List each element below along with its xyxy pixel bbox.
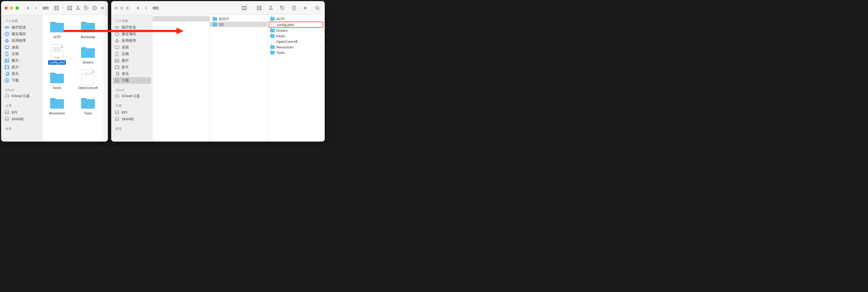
action-button[interactable] [92, 4, 97, 11]
folder-icon [48, 19, 66, 34]
column [153, 15, 210, 141]
sidebar-item-music[interactable]: 音乐 [111, 70, 153, 77]
sidebar-item-document[interactable]: 文稿 [111, 51, 153, 57]
airdrop-icon [4, 25, 9, 30]
sidebar-item-apps[interactable]: 应用程序 [111, 37, 153, 44]
sidebar-item-label: 最近项目 [11, 32, 26, 36]
sidebar-item-cloud[interactable]: iCloud 云盘 [111, 93, 153, 99]
column-view-button[interactable] [240, 4, 248, 11]
folder-icon [270, 50, 275, 55]
sidebar-item-download[interactable]: 下载 [1, 77, 42, 84]
sidebar-item-clock[interactable]: 最近项目 [111, 31, 153, 37]
file-item[interactable]: PLISTconfig.plist [47, 45, 67, 65]
sidebar-item-cloud[interactable]: iCloud 云盘 [1, 93, 42, 99]
forward-button[interactable] [32, 4, 39, 11]
sidebar-item-image[interactable]: 图片 [1, 57, 42, 64]
svg-rect-32 [260, 6, 261, 7]
column-item[interactable]: config.plist [269, 22, 323, 28]
sidebar-item-label: 应用程序 [122, 38, 136, 43]
group-button[interactable] [67, 4, 72, 11]
column-item[interactable]: OC› [210, 22, 267, 27]
file-item[interactable]: OpenCore.efi [78, 70, 98, 90]
sidebar-item-disk[interactable]: EFI [111, 109, 153, 116]
column-item[interactable]: OpenCore.efi [268, 39, 324, 44]
column: ACPI›config.plistDrivers›Kexts›OpenCore.… [268, 15, 325, 141]
back-button[interactable] [24, 4, 32, 11]
column-item[interactable]: Kexts› [268, 33, 324, 39]
sidebar-item-document[interactable]: 文稿 [1, 51, 42, 57]
svg-rect-4 [68, 6, 69, 7]
forward-button[interactable] [142, 4, 149, 11]
sidebar-item-music[interactable]: 音乐 [1, 70, 42, 77]
column-item[interactable]: BOOT› [210, 16, 267, 22]
close-button[interactable] [4, 6, 8, 10]
icon-view-button[interactable] [52, 4, 61, 11]
maximize-button[interactable] [126, 6, 129, 10]
file-item[interactable]: ACPI [47, 19, 67, 39]
svg-rect-24 [5, 110, 8, 114]
column-item[interactable]: Tools› [268, 50, 324, 55]
column-item[interactable]: Drivers› [268, 28, 324, 33]
tags-button[interactable] [84, 4, 89, 11]
sidebar-item-label: 桌面 [122, 45, 129, 50]
svg-rect-1 [57, 6, 58, 7]
disk-icon [4, 110, 9, 115]
tags-button[interactable] [278, 4, 286, 11]
minimize-button[interactable] [10, 6, 13, 10]
share-button[interactable] [267, 4, 275, 11]
svg-point-39 [294, 8, 295, 8]
icon-view-content: ACPIBootstrapPLISTconfig.plistDriversKex… [42, 15, 108, 141]
file-item[interactable]: Tools [78, 96, 98, 116]
overflow-button[interactable] [302, 4, 310, 11]
sidebar-section-header: iCloud [1, 87, 42, 93]
sidebar-item-image[interactable]: 图片 [111, 57, 153, 64]
sidebar-item-disk[interactable]: SHARE [111, 116, 153, 122]
sidebar-item-apps[interactable]: 应用程序 [1, 37, 42, 44]
sidebar-item-disk[interactable]: EFI [1, 109, 42, 116]
column-item[interactable]: ACPI› [268, 16, 324, 22]
chevron-right-icon: › [320, 29, 322, 32]
svg-point-11 [94, 8, 95, 8]
sidebar-item-label: 最近项目 [122, 32, 136, 36]
toolbar: OC ⌃ [111, 1, 325, 15]
share-button[interactable] [75, 4, 81, 11]
column-item[interactable]: Resources› [268, 44, 324, 50]
file-item[interactable]: Resources [47, 96, 67, 116]
sidebar-item-movie[interactable]: 影片 [1, 64, 42, 70]
sidebar-item-desktop[interactable]: 桌面 [1, 44, 42, 51]
column-item-label: ACPI [276, 17, 285, 21]
sidebar-item-disk[interactable]: SHARE [1, 116, 42, 122]
disk-icon [115, 117, 120, 121]
disk-icon [4, 117, 9, 121]
svg-rect-28 [242, 6, 246, 10]
search-button[interactable] [313, 4, 321, 11]
sidebar-item-download[interactable]: 下载 [113, 77, 151, 84]
back-button[interactable] [134, 4, 142, 11]
folder-icon [79, 19, 97, 34]
column-item[interactable] [153, 16, 210, 22]
group-button[interactable] [255, 4, 264, 11]
sidebar-section-header: 标签 [111, 126, 153, 132]
overflow-button[interactable] [100, 4, 105, 11]
sidebar-item-airdrop[interactable]: 隔空投送 [1, 24, 42, 31]
action-button[interactable] [290, 4, 298, 11]
sidebar-item-movie[interactable]: 影片 [111, 64, 153, 70]
close-button[interactable] [115, 6, 118, 10]
file-label: config.plist [48, 60, 66, 65]
sidebar-item-clock[interactable]: 最近项目 [1, 31, 42, 37]
minimize-button[interactable] [120, 6, 123, 10]
image-icon [115, 58, 120, 63]
sidebar-item-label: 影片 [122, 65, 129, 70]
file-item[interactable]: Bootstrap [78, 19, 98, 39]
file-item[interactable]: Drivers [78, 45, 98, 65]
svg-rect-45 [115, 59, 119, 62]
maximize-button[interactable] [16, 6, 19, 10]
file-icon [79, 70, 97, 85]
svg-rect-3 [57, 8, 58, 10]
folder-icon [213, 17, 217, 21]
file-item[interactable]: Kexts [47, 70, 67, 90]
sidebar-item-airdrop[interactable]: 隔空投送 [111, 24, 153, 31]
svg-rect-5 [70, 6, 72, 7]
sidebar-item-label: 隔空投送 [11, 25, 26, 30]
sidebar-item-desktop[interactable]: 桌面 [111, 44, 153, 51]
